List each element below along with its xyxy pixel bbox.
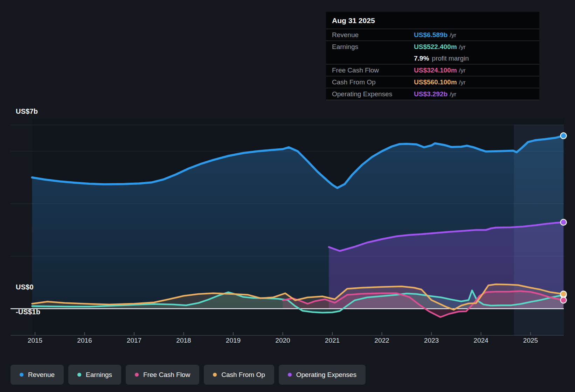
legend-label: Earnings bbox=[86, 371, 112, 379]
y-axis-label-zero: US$0 bbox=[16, 283, 34, 291]
tooltip-label: Operating Expenses bbox=[332, 90, 414, 98]
tooltip-row-profit-margin: 7.9%profit margin bbox=[326, 52, 539, 64]
tooltip-date: Aug 31 2025 bbox=[326, 12, 539, 29]
tooltip-label: Revenue bbox=[332, 31, 414, 39]
tooltip-row-earnings: Earnings US$522.400m/yr bbox=[326, 41, 539, 52]
tooltip-value: US$324.100m bbox=[414, 66, 457, 74]
operating-expenses-dot-icon bbox=[288, 373, 292, 377]
financial-history-chart-page: US$7b US$0 -US$1b 2015201620172018201920… bbox=[0, 0, 575, 392]
legend-item-operating-expenses[interactable]: Operating Expenses bbox=[279, 365, 366, 385]
tooltip-label: Cash From Op bbox=[332, 78, 414, 86]
chart-tooltip: Aug 31 2025 Revenue US$6.589b/yr Earning… bbox=[326, 12, 539, 100]
legend-item-earnings[interactable]: Earnings bbox=[68, 365, 121, 385]
legend-label: Revenue bbox=[28, 371, 55, 379]
cash-from-op-dot-icon bbox=[213, 373, 217, 377]
profit-margin-text: profit margin bbox=[432, 55, 469, 62]
tooltip-row-cash-from-op: Cash From Op US$560.100m/yr bbox=[326, 76, 539, 88]
legend-item-cash-from-op[interactable]: Cash From Op bbox=[204, 365, 274, 385]
tooltip-suffix: /yr bbox=[450, 32, 456, 38]
tooltip-row-revenue: Revenue US$6.589b/yr bbox=[326, 29, 539, 41]
tooltip-suffix: /yr bbox=[459, 44, 466, 50]
tooltip-value: US$3.292b bbox=[414, 90, 448, 98]
tooltip-suffix: /yr bbox=[459, 67, 466, 74]
legend-label: Cash From Op bbox=[221, 371, 265, 379]
tooltip-row-operating-expenses: Operating Expenses US$3.292b/yr bbox=[326, 88, 539, 100]
chart-legend: Revenue Earnings Free Cash Flow Cash Fro… bbox=[11, 365, 366, 385]
tooltip-suffix: /yr bbox=[459, 79, 466, 86]
tooltip-value: US$560.100m bbox=[414, 78, 457, 86]
tooltip-label: Free Cash Flow bbox=[332, 66, 414, 74]
profit-margin-value: 7.9% bbox=[414, 55, 429, 62]
tooltip-value: US$6.589b bbox=[414, 31, 448, 38]
legend-item-free-cash-flow[interactable]: Free Cash Flow bbox=[126, 365, 199, 385]
revenue-dot-icon bbox=[20, 373, 23, 377]
y-axis-label-7b: US$7b bbox=[16, 107, 38, 115]
earnings-dot-icon bbox=[77, 373, 81, 377]
tooltip-label: Earnings bbox=[332, 43, 414, 51]
legend-item-revenue[interactable]: Revenue bbox=[11, 365, 64, 385]
tooltip-value: US$522.400m bbox=[414, 43, 457, 50]
y-axis-label-neg1b: -US$1b bbox=[16, 308, 40, 316]
legend-label: Operating Expenses bbox=[296, 371, 356, 379]
free-cash-flow-dot-icon bbox=[135, 373, 139, 377]
tooltip-row-free-cash-flow: Free Cash Flow US$324.100m/yr bbox=[326, 64, 539, 76]
tooltip-suffix: /yr bbox=[450, 91, 456, 98]
legend-label: Free Cash Flow bbox=[143, 371, 190, 379]
